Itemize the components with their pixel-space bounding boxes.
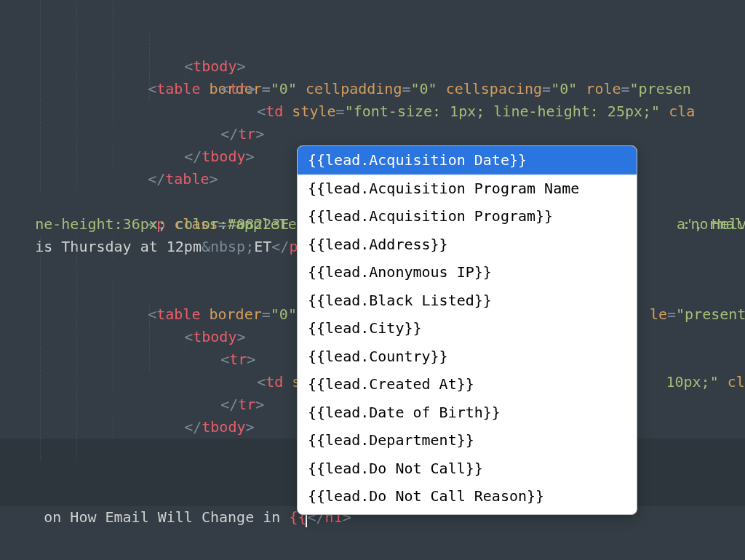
autocomplete-item[interactable]: {{lead.Acquisition Program}} [298, 202, 637, 231]
autocomplete-item[interactable]: {{lead.Country}} [298, 343, 637, 371]
autocomplete-item[interactable]: {{lead.Acquisition Date}} [298, 146, 637, 175]
autocomplete-item[interactable]: {{lead.City}} [298, 314, 637, 343]
autocomplete-item[interactable]: {{lead.Date of Birth}} [298, 399, 637, 427]
autocomplete-item[interactable]: {{lead.Acquisition Program Name [298, 175, 637, 203]
autocomplete-item[interactable]: {{lead.Anonymous IP}} [298, 258, 637, 287]
autocomplete-popup[interactable]: {{lead.Acquisition Date}} {{lead.Acquisi… [297, 145, 637, 515]
autocomplete-item[interactable]: {{lead.Do Not Call}} [298, 455, 637, 483]
autocomplete-item[interactable]: {{lead.Address}} [298, 231, 637, 259]
autocomplete-item[interactable]: {{lead.Black Listed}} [298, 287, 637, 315]
autocomplete-item[interactable]: {{lead.Created At}} [298, 370, 637, 399]
autocomplete-item[interactable]: {{lead.Department}} [298, 426, 637, 455]
text-content: on How Email Will Change in [35, 508, 289, 526]
autocomplete-item[interactable]: {{lead.Do Not Call Reason}} [298, 482, 637, 511]
